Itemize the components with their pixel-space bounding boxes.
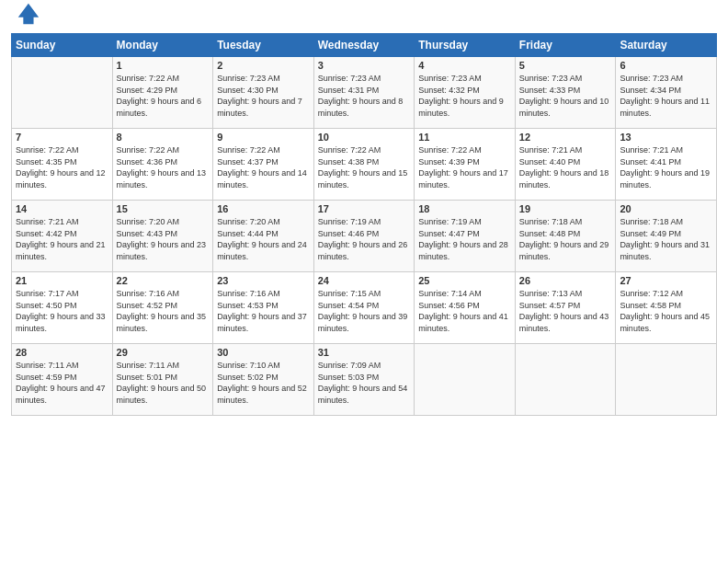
weekday-header: Sunday: [12, 34, 113, 57]
cell-info: Sunrise: 7:20 AMSunset: 4:44 PMDaylight:…: [217, 216, 310, 262]
logo: [11, 13, 40, 26]
calendar-week-row: 7Sunrise: 7:22 AMSunset: 4:35 PMDaylight…: [12, 129, 717, 201]
calendar-cell: 11Sunrise: 7:22 AMSunset: 4:39 PMDayligh…: [415, 129, 516, 201]
cell-info: Sunrise: 7:18 AMSunset: 4:48 PMDaylight:…: [519, 216, 612, 262]
day-number: 19: [519, 203, 612, 214]
calendar-cell: 14Sunrise: 7:21 AMSunset: 4:42 PMDayligh…: [12, 201, 113, 272]
calendar-cell: 25Sunrise: 7:14 AMSunset: 4:56 PMDayligh…: [415, 272, 516, 344]
weekday-header: Tuesday: [213, 34, 314, 57]
weekday-header: Thursday: [415, 34, 516, 57]
day-number: 2: [217, 60, 310, 71]
day-number: 7: [16, 132, 108, 143]
cell-info: Sunrise: 7:16 AMSunset: 4:52 PMDaylight:…: [117, 288, 210, 334]
weekday-header: Wednesday: [313, 34, 415, 57]
svg-marker-0: [18, 4, 39, 24]
cell-info: Sunrise: 7:09 AMSunset: 5:03 PMDaylight:…: [318, 360, 411, 406]
day-number: 21: [16, 275, 108, 286]
calendar-cell: [12, 57, 113, 129]
calendar-cell: 22Sunrise: 7:16 AMSunset: 4:52 PMDayligh…: [112, 272, 213, 344]
calendar-cell: [616, 344, 717, 416]
day-number: 26: [519, 275, 612, 286]
weekday-header: Monday: [112, 34, 213, 57]
header: [11, 9, 717, 26]
cell-info: Sunrise: 7:16 AMSunset: 4:53 PMDaylight:…: [217, 288, 310, 334]
day-number: 13: [620, 132, 712, 143]
day-number: 23: [217, 275, 310, 286]
cell-info: Sunrise: 7:23 AMSunset: 4:34 PMDaylight:…: [620, 73, 712, 119]
day-number: 31: [318, 347, 411, 358]
cell-info: Sunrise: 7:19 AMSunset: 4:47 PMDaylight:…: [418, 216, 511, 262]
calendar-cell: 12Sunrise: 7:21 AMSunset: 4:40 PMDayligh…: [515, 129, 616, 201]
day-number: 14: [16, 203, 108, 214]
day-number: 30: [217, 347, 310, 358]
day-number: 27: [620, 275, 712, 286]
calendar-cell: 19Sunrise: 7:18 AMSunset: 4:48 PMDayligh…: [515, 201, 616, 272]
cell-info: Sunrise: 7:17 AMSunset: 4:50 PMDaylight:…: [16, 288, 108, 334]
calendar-cell: 8Sunrise: 7:22 AMSunset: 4:36 PMDaylight…: [112, 129, 213, 201]
day-number: 16: [217, 203, 310, 214]
day-number: 9: [217, 132, 310, 143]
logo-icon: [15, 0, 40, 26]
calendar-week-row: 21Sunrise: 7:17 AMSunset: 4:50 PMDayligh…: [12, 272, 717, 344]
weekday-header: Saturday: [616, 34, 717, 57]
cell-info: Sunrise: 7:22 AMSunset: 4:39 PMDaylight:…: [418, 144, 511, 190]
calendar-cell: 1Sunrise: 7:22 AMSunset: 4:29 PMDaylight…: [112, 57, 213, 129]
cell-info: Sunrise: 7:12 AMSunset: 4:58 PMDaylight:…: [620, 288, 712, 334]
cell-info: Sunrise: 7:23 AMSunset: 4:31 PMDaylight:…: [318, 73, 411, 119]
day-number: 8: [117, 132, 210, 143]
cell-info: Sunrise: 7:22 AMSunset: 4:38 PMDaylight:…: [318, 144, 411, 190]
calendar-cell: 21Sunrise: 7:17 AMSunset: 4:50 PMDayligh…: [12, 272, 113, 344]
calendar-table: SundayMondayTuesdayWednesdayThursdayFrid…: [11, 33, 717, 416]
calendar-cell: 10Sunrise: 7:22 AMSunset: 4:38 PMDayligh…: [313, 129, 415, 201]
calendar-body: 1Sunrise: 7:22 AMSunset: 4:29 PMDaylight…: [12, 57, 717, 416]
day-number: 22: [117, 275, 210, 286]
calendar-cell: 2Sunrise: 7:23 AMSunset: 4:30 PMDaylight…: [213, 57, 314, 129]
calendar-cell: 23Sunrise: 7:16 AMSunset: 4:53 PMDayligh…: [213, 272, 314, 344]
day-number: 18: [418, 203, 511, 214]
calendar-cell: [415, 344, 516, 416]
day-number: 3: [318, 60, 411, 71]
calendar-cell: 29Sunrise: 7:11 AMSunset: 5:01 PMDayligh…: [112, 344, 213, 416]
calendar-cell: 28Sunrise: 7:11 AMSunset: 4:59 PMDayligh…: [12, 344, 113, 416]
cell-info: Sunrise: 7:15 AMSunset: 4:54 PMDaylight:…: [318, 288, 411, 334]
cell-info: Sunrise: 7:10 AMSunset: 5:02 PMDaylight:…: [217, 360, 310, 406]
calendar-cell: 30Sunrise: 7:10 AMSunset: 5:02 PMDayligh…: [213, 344, 314, 416]
cell-info: Sunrise: 7:20 AMSunset: 4:43 PMDaylight:…: [117, 216, 210, 262]
day-number: 28: [16, 347, 108, 358]
calendar-cell: 24Sunrise: 7:15 AMSunset: 4:54 PMDayligh…: [313, 272, 415, 344]
cell-info: Sunrise: 7:21 AMSunset: 4:40 PMDaylight:…: [519, 144, 612, 190]
cell-info: Sunrise: 7:19 AMSunset: 4:46 PMDaylight:…: [318, 216, 411, 262]
day-number: 17: [318, 203, 411, 214]
cell-info: Sunrise: 7:18 AMSunset: 4:49 PMDaylight:…: [620, 216, 712, 262]
calendar-cell: 18Sunrise: 7:19 AMSunset: 4:47 PMDayligh…: [415, 201, 516, 272]
day-number: 4: [418, 60, 511, 71]
cell-info: Sunrise: 7:11 AMSunset: 4:59 PMDaylight:…: [16, 360, 108, 406]
calendar-cell: 26Sunrise: 7:13 AMSunset: 4:57 PMDayligh…: [515, 272, 616, 344]
calendar-cell: 6Sunrise: 7:23 AMSunset: 4:34 PMDaylight…: [616, 57, 717, 129]
cell-info: Sunrise: 7:23 AMSunset: 4:30 PMDaylight:…: [217, 73, 310, 119]
page-container: SundayMondayTuesdayWednesdayThursdayFrid…: [0, 0, 728, 425]
calendar-cell: 4Sunrise: 7:23 AMSunset: 4:32 PMDaylight…: [415, 57, 516, 129]
calendar-cell: 9Sunrise: 7:22 AMSunset: 4:37 PMDaylight…: [213, 129, 314, 201]
cell-info: Sunrise: 7:22 AMSunset: 4:37 PMDaylight:…: [217, 144, 310, 190]
calendar-cell: [515, 344, 616, 416]
calendar-week-row: 14Sunrise: 7:21 AMSunset: 4:42 PMDayligh…: [12, 201, 717, 272]
weekday-header: Friday: [515, 34, 616, 57]
day-number: 5: [519, 60, 612, 71]
calendar-cell: 15Sunrise: 7:20 AMSunset: 4:43 PMDayligh…: [112, 201, 213, 272]
day-number: 11: [418, 132, 511, 143]
day-number: 1: [117, 60, 210, 71]
cell-info: Sunrise: 7:21 AMSunset: 4:41 PMDaylight:…: [620, 144, 712, 190]
calendar-cell: 16Sunrise: 7:20 AMSunset: 4:44 PMDayligh…: [213, 201, 314, 272]
day-number: 20: [620, 203, 712, 214]
cell-info: Sunrise: 7:23 AMSunset: 4:32 PMDaylight:…: [418, 73, 511, 119]
calendar-cell: 3Sunrise: 7:23 AMSunset: 4:31 PMDaylight…: [313, 57, 415, 129]
calendar-cell: 13Sunrise: 7:21 AMSunset: 4:41 PMDayligh…: [616, 129, 717, 201]
day-number: 24: [318, 275, 411, 286]
cell-info: Sunrise: 7:22 AMSunset: 4:36 PMDaylight:…: [117, 144, 210, 190]
calendar-week-row: 28Sunrise: 7:11 AMSunset: 4:59 PMDayligh…: [12, 344, 717, 416]
cell-info: Sunrise: 7:22 AMSunset: 4:29 PMDaylight:…: [117, 73, 210, 119]
cell-info: Sunrise: 7:13 AMSunset: 4:57 PMDaylight:…: [519, 288, 612, 334]
calendar-week-row: 1Sunrise: 7:22 AMSunset: 4:29 PMDaylight…: [12, 57, 717, 129]
day-number: 12: [519, 132, 612, 143]
